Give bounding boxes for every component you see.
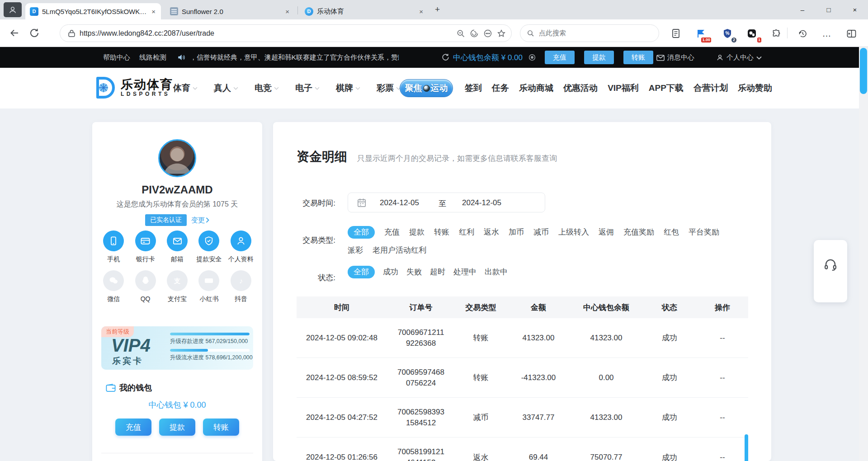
nav-menu-lottery[interactable]: 彩票	[377, 82, 401, 94]
settings-menu-icon[interactable]: …	[819, 26, 835, 41]
status-option[interactable]: 处理中	[453, 266, 476, 278]
bound-withdraw-safety[interactable]: 提款安全	[193, 230, 225, 263]
tab-sunflower[interactable]: Sunflower 2.0 ×	[165, 3, 295, 19]
date-from-value[interactable]: 2024-12-05	[380, 198, 419, 207]
nav-menu-cards[interactable]: 棋牌	[336, 82, 360, 94]
unbound-qq[interactable]: QQ	[129, 270, 161, 303]
message-center-link[interactable]: 消息中心	[656, 53, 694, 62]
type-option[interactable]: 返水	[484, 226, 499, 238]
messenger-extension-icon[interactable]: 1	[744, 26, 760, 41]
type-filter-label: 交易类型:	[296, 235, 335, 245]
tab-close-icon[interactable]: ×	[151, 8, 156, 15]
bound-profile[interactable]: 个人资料	[225, 230, 257, 263]
nav-link-affiliate[interactable]: 合营计划	[693, 82, 728, 94]
history-icon[interactable]	[795, 26, 810, 41]
page-scrollbar[interactable]	[859, 47, 868, 461]
window-maximize-button[interactable]: □	[816, 0, 842, 19]
browser-profile-button[interactable]	[4, 2, 22, 17]
nav-menu-live[interactable]: 真人	[214, 82, 238, 94]
more-tools-icon[interactable]	[483, 29, 492, 38]
topbar-deposit-button[interactable]: 充值	[545, 51, 575, 64]
unbound-douyin[interactable]: ♪ 抖音	[225, 270, 257, 303]
refresh-balance-icon[interactable]	[441, 53, 450, 61]
hide-balance-eye-icon[interactable]	[528, 53, 536, 61]
personal-center-link[interactable]: 个人中心	[716, 53, 762, 62]
status-option[interactable]: 失败	[406, 266, 422, 278]
nav-menu-esports[interactable]: 电竞	[255, 82, 279, 94]
url-text[interactable]: https://www.ledong842.cc:2087/user/trade	[80, 29, 452, 38]
site-logo[interactable]: 乐动体育 LDSPORTS	[92, 75, 173, 100]
nav-link-tasks[interactable]: 任务	[492, 82, 509, 94]
nav-link-sponsor[interactable]: 乐动赞助	[738, 82, 772, 94]
type-option[interactable]: 转账	[434, 226, 449, 238]
type-option[interactable]: 红利	[459, 226, 474, 238]
avatar[interactable]	[158, 139, 196, 177]
unbound-xiaohongshu[interactable]: 小红书	[193, 270, 225, 303]
window-minimize-button[interactable]: –	[789, 0, 816, 19]
price-tracker-extension-icon[interactable]: 1.00	[694, 26, 709, 41]
nav-link-vip[interactable]: VIP福利	[608, 82, 639, 94]
type-option[interactable]: 减币	[533, 226, 549, 238]
status-option-selected[interactable]: 全部	[348, 266, 375, 278]
status-option[interactable]: 出款中	[485, 266, 508, 278]
table-scrollbar-thumb[interactable]	[745, 434, 748, 461]
status-option[interactable]: 超时	[430, 266, 445, 278]
reading-list-icon[interactable]	[668, 26, 684, 41]
nav-link-app[interactable]: APP下载	[649, 82, 684, 94]
sidebar-deposit-button[interactable]: 充值	[115, 419, 151, 436]
split-screen-icon[interactable]	[844, 26, 859, 41]
type-option[interactable]: 返佣	[599, 226, 614, 238]
type-option[interactable]: 上级转入	[558, 226, 589, 238]
new-tab-button[interactable]: +	[435, 5, 440, 14]
zoom-out-icon[interactable]	[456, 29, 465, 38]
focus-sports-button[interactable]: 聚焦 运动	[400, 79, 453, 97]
window-close-button[interactable]: ×	[842, 0, 868, 19]
type-option[interactable]: 充值奖励	[623, 226, 654, 238]
bound-email[interactable]: 邮箱	[161, 230, 193, 263]
refresh-icon[interactable]	[29, 28, 40, 38]
tab-close-icon[interactable]: ×	[284, 8, 290, 15]
nav-link-promos[interactable]: 优惠活动	[563, 82, 598, 94]
topbar-transfer-button[interactable]: 转账	[623, 51, 653, 64]
extensions-puzzle-icon[interactable]	[769, 26, 784, 41]
unbound-label: 小红书	[199, 295, 218, 303]
type-option[interactable]: 老用户活动红利	[373, 245, 426, 256]
bound-phone[interactable]: 手机	[98, 230, 129, 263]
tab-active[interactable]: D 5LmQ5Yqo5L2T6IKyfOS5kOWKqC ×	[25, 3, 161, 19]
cell-time: 2024-12-05 09:02:48	[297, 334, 387, 343]
order-line1: 70069597468	[387, 367, 455, 378]
date-to-value[interactable]: 2024-12-05	[462, 198, 501, 207]
status-option[interactable]: 成功	[383, 266, 398, 278]
type-option[interactable]: 红包	[664, 226, 679, 238]
sidebar-withdraw-button[interactable]: 提款	[159, 419, 195, 436]
line-check-link[interactable]: 线路检测	[139, 53, 166, 62]
browser-essentials-icon[interactable]	[470, 29, 479, 38]
search-box[interactable]: 点此搜索	[520, 24, 659, 42]
topbar-withdraw-button[interactable]: 提款	[584, 51, 614, 64]
customer-service-headset-icon[interactable]	[824, 259, 837, 271]
sidebar-transfer-button[interactable]: 转账	[203, 419, 239, 436]
type-option[interactable]: 提款	[409, 226, 425, 238]
type-option-selected[interactable]: 全部	[348, 226, 375, 239]
nav-menu-sports[interactable]: 体育	[173, 82, 198, 94]
favorite-star-icon[interactable]	[497, 29, 506, 38]
back-icon[interactable]	[9, 28, 20, 38]
tab-ledong[interactable]: D 乐动体育 ×	[300, 3, 429, 19]
type-option[interactable]: 平台奖励	[689, 226, 719, 238]
type-option[interactable]: 充值	[384, 226, 400, 238]
nav-link-signin[interactable]: 签到	[465, 82, 482, 94]
page-scrollbar-thumb[interactable]	[860, 48, 867, 94]
unbound-alipay[interactable]: 支 支付宝	[161, 270, 193, 303]
tab-close-icon[interactable]: ×	[418, 8, 424, 15]
change-link[interactable]: 变更	[191, 216, 209, 225]
address-bar[interactable]: https://www.ledong842.cc:2087/user/trade	[60, 24, 512, 42]
nav-menu-slots[interactable]: 电子	[295, 82, 320, 94]
bound-bankcard[interactable]: 银行卡	[129, 230, 161, 263]
date-range-picker[interactable]: 2024-12-05 至 2024-12-05	[348, 193, 545, 212]
shield-extension-icon[interactable]: % 2	[720, 26, 735, 41]
type-option[interactable]: 派彩	[348, 245, 363, 256]
help-center-link[interactable]: 帮助中心	[103, 53, 130, 62]
type-option[interactable]: 加币	[509, 226, 524, 238]
unbound-wechat[interactable]: 微信	[98, 270, 129, 303]
nav-link-mall[interactable]: 乐动商城	[519, 82, 553, 94]
